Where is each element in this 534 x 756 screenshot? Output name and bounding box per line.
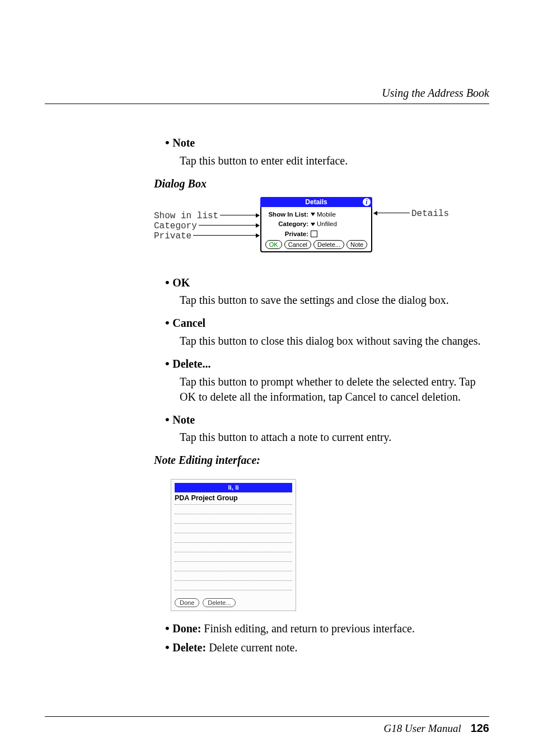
- row-show-in-list: Show In List: Mobile: [265, 210, 368, 219]
- body-note-top: Tap this button to enter edit interface.: [180, 153, 489, 168]
- cancel-button[interactable]: Cancel: [284, 240, 311, 249]
- note-button[interactable]: Note: [346, 240, 367, 249]
- bullet-ok: OK: [165, 274, 489, 291]
- footer: G18 User Manual 126: [384, 722, 489, 735]
- body-note: Tap this button to attach a note to curr…: [180, 430, 489, 445]
- callout-details: Details: [411, 208, 449, 220]
- value-show-in-list: Mobile: [317, 210, 336, 219]
- dialog-figure: Show in list Category Private Details De…: [154, 197, 489, 264]
- note-line[interactable]: [175, 562, 292, 571]
- palm-title: Details i: [260, 197, 372, 207]
- value-category: Unfiled: [317, 220, 337, 229]
- label-private: Private:: [265, 230, 308, 239]
- footer-manual: G18 User Manual: [384, 722, 461, 734]
- footer-page-number: 126: [471, 722, 489, 734]
- bullet-delete: Delete...: [165, 355, 489, 372]
- info-icon[interactable]: i: [363, 198, 371, 206]
- palm-details-dialog: Details i Show In List: Mobile Category:: [260, 197, 372, 253]
- palm-body: Show In List: Mobile Category: Unfiled: [260, 207, 372, 253]
- body-cancel: Tap this button to close this dialog box…: [180, 334, 489, 349]
- row-category: Category: Unfiled: [265, 220, 368, 229]
- label-show-in-list: Show In List:: [265, 210, 308, 219]
- note-buttons: Done Delete...: [175, 598, 292, 607]
- note-line[interactable]: [175, 524, 292, 533]
- label-delete-desc: Delete:: [172, 641, 206, 654]
- arrow-category: [199, 225, 259, 226]
- callout-private: Private: [154, 231, 191, 243]
- body-done: Finish editing, and return to previous i…: [201, 622, 415, 635]
- body-delete-desc: Delete current note.: [206, 641, 297, 654]
- heading-dialog-box: Dialog Box: [154, 176, 489, 191]
- delete-button[interactable]: Delete...: [313, 240, 344, 249]
- bullet-delete-desc: Delete: Delete current note.: [165, 639, 489, 656]
- page-content: Note Tap this button to enter edit inter…: [165, 134, 489, 656]
- done-button[interactable]: Done: [175, 598, 199, 607]
- bullet-cancel: Cancel: [165, 314, 489, 331]
- arrow-private: [193, 235, 259, 236]
- chevron-down-icon: [311, 223, 315, 226]
- dropdown-category[interactable]: Unfiled: [311, 220, 337, 229]
- header-rule: [45, 104, 489, 104]
- note-line[interactable]: [175, 514, 292, 524]
- heading-note-editing: Note Editing interface:: [154, 453, 489, 468]
- palm-buttons: OK Cancel Delete... Note: [265, 240, 368, 249]
- running-head: Using the Address Book: [382, 87, 489, 100]
- label-cancel: Cancel: [172, 317, 205, 329]
- footer-rule: [45, 716, 489, 717]
- label-delete: Delete...: [172, 358, 210, 370]
- label-category: Category:: [265, 220, 308, 229]
- label-done: Done:: [172, 622, 201, 635]
- note-line[interactable]: [175, 505, 292, 514]
- bullet-note: Note: [165, 411, 489, 428]
- body-delete: Tap this button to prompt whether to del…: [180, 374, 489, 405]
- body-ok: Tap this button to save the settings and…: [180, 293, 489, 308]
- label-note-top: Note: [172, 137, 195, 149]
- note-editing-window: li, li PDA Project Group Done Delete...: [171, 479, 296, 611]
- arrow-show-in-list: [220, 215, 259, 215]
- row-private: Private:: [265, 230, 368, 239]
- note-line[interactable]: [175, 543, 292, 552]
- palm-title-text: Details: [305, 198, 327, 206]
- chevron-down-icon: [311, 213, 315, 216]
- note-text-content[interactable]: PDA Project Group: [175, 492, 292, 505]
- delete-note-button[interactable]: Delete...: [203, 598, 236, 607]
- ok-button[interactable]: OK: [265, 240, 282, 249]
- note-title: li, li: [175, 483, 292, 492]
- note-line[interactable]: [175, 533, 292, 543]
- dropdown-show-in-list[interactable]: Mobile: [311, 210, 336, 219]
- note-line[interactable]: [175, 552, 292, 562]
- label-note: Note: [172, 414, 195, 426]
- label-ok: OK: [172, 276, 190, 289]
- bullet-note-top: Note: [165, 134, 489, 151]
- bullet-done: Done: Finish editing, and return to prev…: [165, 620, 489, 637]
- note-line[interactable]: [175, 571, 292, 581]
- checkbox-private[interactable]: [311, 231, 317, 237]
- arrow-details: [374, 213, 410, 213]
- note-line[interactable]: [175, 581, 292, 590]
